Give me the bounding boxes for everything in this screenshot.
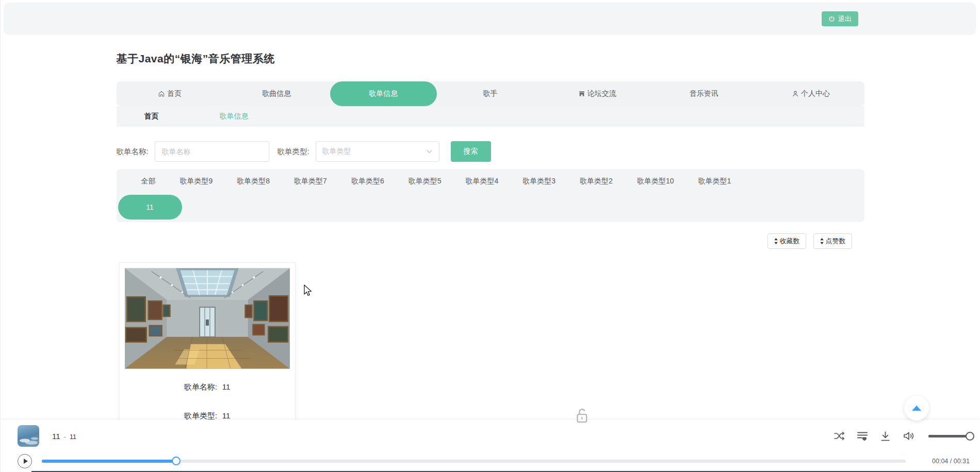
- playlist-favorites-icon[interactable]: [856, 430, 869, 442]
- breadcrumb-home[interactable]: 首页: [144, 112, 159, 121]
- app-window: 退出 基于Java的“银海”音乐管理系统 首页 歌曲信息: [0, 0, 980, 472]
- tab-label: 论坛交流: [587, 89, 616, 98]
- logout-label: 退出: [838, 14, 852, 24]
- search-form: 歌单名称: 歌单类型: 歌单类型 搜索: [117, 141, 864, 162]
- playlist-cover-image: [125, 268, 290, 369]
- volume-fill: [928, 435, 970, 437]
- tab-personal-center[interactable]: 个人中心: [757, 81, 864, 106]
- category-row: 全部 歌单类型9 歌单类型8 歌单类型7 歌单类型6 歌单类型5 歌单类型4 歌…: [141, 177, 852, 186]
- card-name-line: 歌单名称:11: [120, 382, 295, 392]
- top-header-bar: 退出: [4, 3, 976, 35]
- track-separator: -: [64, 433, 66, 441]
- tab-forum[interactable]: 论坛交流: [544, 81, 650, 106]
- tab-singer[interactable]: 歌手: [437, 81, 544, 106]
- track-artist: 11: [70, 433, 76, 441]
- progress-handle[interactable]: [172, 457, 181, 465]
- category-item-all[interactable]: 全部: [141, 177, 156, 186]
- playlist-name-input[interactable]: [155, 141, 269, 162]
- playlist-type-select[interactable]: 歌单类型: [316, 141, 439, 162]
- category-item[interactable]: 歌单类型10: [637, 177, 674, 186]
- card-name-label: 歌单名称:: [184, 382, 217, 391]
- scroll-to-top-button[interactable]: [904, 396, 929, 420]
- shuffle-icon[interactable]: [833, 430, 845, 442]
- select-placeholder: 歌单类型: [322, 147, 426, 156]
- page-title: 基于Java的“银海”音乐管理系统: [117, 35, 864, 66]
- tab-label: 歌手: [483, 89, 497, 98]
- playlist-name-label: 歌单名称:: [117, 147, 149, 157]
- category-item[interactable]: 歌单类型6: [351, 177, 384, 186]
- volume-handle[interactable]: [966, 432, 974, 441]
- category-item[interactable]: 歌单类型3: [522, 177, 556, 186]
- card-type-value: 11: [222, 411, 231, 420]
- tab-music-news[interactable]: 音乐资讯: [650, 81, 757, 106]
- category-item[interactable]: 歌单类型4: [465, 177, 498, 186]
- playlist-card[interactable]: 歌单名称:11 歌单类型:11: [119, 262, 296, 422]
- nav-bar: 首页 歌曲信息 歌单信息 歌手 论坛交流: [117, 81, 864, 106]
- sort-likes-label: 点赞数: [826, 237, 846, 246]
- tab-label: 首页: [167, 89, 182, 98]
- playlist-type-label: 歌单类型:: [277, 147, 309, 157]
- sort-row: 收藏数 点赞数: [117, 233, 864, 249]
- breadcrumb: 首页 歌单信息: [117, 106, 864, 127]
- caret-up-icon: [912, 406, 921, 411]
- category-item[interactable]: 歌单类型7: [294, 177, 327, 186]
- sort-favorites-label: 收藏数: [780, 237, 800, 246]
- user-icon: [792, 90, 799, 97]
- tab-home[interactable]: 首页: [117, 81, 223, 106]
- sort-caret-icon: [820, 238, 824, 245]
- category-item[interactable]: 歌单类型2: [580, 177, 613, 186]
- progress-bar[interactable]: [42, 460, 906, 463]
- play-icon: [24, 459, 28, 464]
- breadcrumb-current: 歌单信息: [220, 112, 249, 121]
- logout-button[interactable]: 退出: [822, 11, 858, 26]
- category-item[interactable]: 歌单类型9: [180, 177, 213, 186]
- tab-label: 歌曲信息: [262, 89, 291, 98]
- category-item-active[interactable]: 11: [118, 195, 182, 220]
- tab-label: 音乐资讯: [690, 89, 718, 98]
- tab-playlist-info[interactable]: 歌单信息: [330, 81, 437, 106]
- tab-label: 歌单信息: [369, 89, 398, 98]
- track-info: 11 - 11: [52, 432, 76, 441]
- sort-likes-button[interactable]: 点赞数: [813, 233, 852, 249]
- category-item[interactable]: 歌单类型5: [409, 177, 442, 186]
- download-icon[interactable]: [879, 430, 891, 442]
- time-display: 00:04 / 00:31: [916, 458, 970, 465]
- category-item[interactable]: 歌单类型8: [237, 177, 270, 186]
- search-button[interactable]: 搜索: [451, 141, 491, 162]
- unlock-icon[interactable]: [573, 406, 591, 428]
- card-type-label: 歌单类型:: [184, 411, 217, 420]
- home-icon: [158, 90, 165, 97]
- power-icon: [828, 15, 835, 22]
- tab-song-info[interactable]: 歌曲信息: [223, 81, 330, 106]
- main-content: 基于Java的“银海”音乐管理系统 首页 歌曲信息 歌单信息: [1, 35, 980, 472]
- volume-icon[interactable]: [902, 430, 916, 442]
- play-button[interactable]: [18, 454, 32, 468]
- forum-icon: [578, 90, 585, 97]
- card-name-value: 11: [222, 382, 231, 391]
- chevron-down-icon: [426, 148, 433, 155]
- progress-fill: [42, 460, 176, 463]
- category-filter: 全部 歌单类型9 歌单类型8 歌单类型7 歌单类型6 歌单类型5 歌单类型4 歌…: [117, 169, 864, 222]
- tab-label: 个人中心: [801, 89, 830, 98]
- volume-slider[interactable]: [928, 435, 970, 437]
- music-player-bar: 11 - 11: [1, 420, 980, 471]
- category-item[interactable]: 歌单类型1: [698, 177, 731, 186]
- player-controls: [833, 430, 970, 442]
- sort-favorites-button[interactable]: 收藏数: [767, 233, 806, 249]
- track-title: 11: [52, 432, 60, 441]
- album-art[interactable]: [18, 425, 39, 447]
- sort-caret-icon: [774, 238, 778, 245]
